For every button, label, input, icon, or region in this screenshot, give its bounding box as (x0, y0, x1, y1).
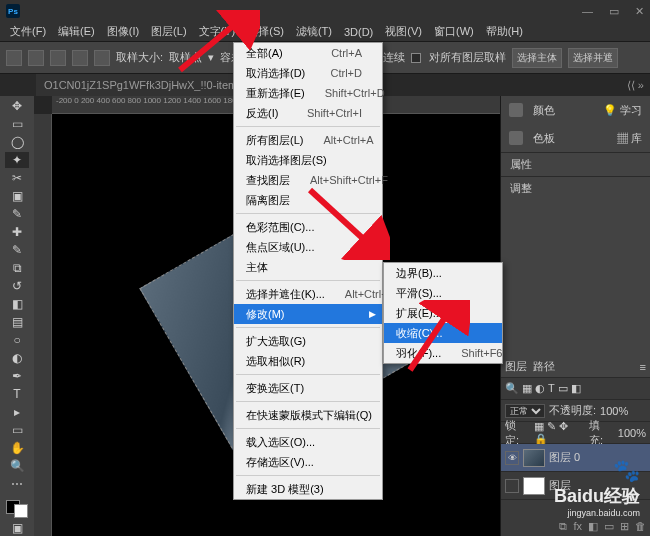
menu-item[interactable]: 选择并遮住(K)...Alt+Ctrl+R (234, 284, 382, 304)
select-and-mask-button[interactable]: 选择并遮 (568, 48, 618, 68)
selection-add-icon[interactable] (50, 50, 66, 66)
magic-wand-tool[interactable]: ✦ (5, 152, 29, 168)
move-tool[interactable]: ✥ (5, 98, 29, 114)
layer-thumbnail[interactable] (523, 449, 545, 467)
crop-tool[interactable]: ✂ (5, 170, 29, 186)
new-group-icon[interactable]: ▭ (604, 520, 614, 533)
layer-name[interactable]: 图层 (549, 478, 571, 493)
paths-tab[interactable]: 路径 (533, 359, 555, 374)
panel-dock: 颜色 💡 学习 色板 ▦ 库 属性 调整 图层 路径 ≡ (500, 96, 650, 536)
submenu-item[interactable]: 边界(B)... (384, 263, 502, 283)
layer-name[interactable]: 图层 0 (549, 450, 580, 465)
menu-layer[interactable]: 图层(L) (145, 22, 192, 41)
libraries-panel-tab[interactable]: ▦ 库 (617, 131, 642, 146)
menu-item[interactable]: 载入选区(O)... (234, 432, 382, 452)
minimize-button[interactable]: — (582, 5, 593, 18)
marquee-tool[interactable]: ▭ (5, 116, 29, 132)
submenu-item[interactable]: 平滑(S)... (384, 283, 502, 303)
menu-window[interactable]: 窗口(W) (428, 22, 480, 41)
menu-item[interactable]: 全部(A)Ctrl+A (234, 43, 382, 63)
visibility-toggle[interactable] (505, 479, 519, 493)
menu-item[interactable]: 隔离图层 (234, 190, 382, 210)
fill-value[interactable]: 100% (618, 427, 646, 439)
layer-mask-icon[interactable]: ◧ (588, 520, 598, 533)
menu-item[interactable]: 主体 (234, 257, 382, 277)
stamp-tool[interactable]: ⧉ (5, 260, 29, 276)
menu-filter[interactable]: 滤镜(T) (290, 22, 338, 41)
dodge-tool[interactable]: ◐ (5, 350, 29, 366)
selection-sub-icon[interactable] (72, 50, 88, 66)
menu-item[interactable]: 反选(I)Shift+Ctrl+I (234, 103, 382, 123)
swatches-panel-icon[interactable] (509, 131, 523, 145)
menu-edit[interactable]: 编辑(E) (52, 22, 101, 41)
menu-item[interactable]: 选取相似(R) (234, 351, 382, 371)
blend-mode-select[interactable]: 正常 (505, 404, 545, 418)
eraser-tool[interactable]: ◧ (5, 296, 29, 312)
layers-tab[interactable]: 图层 (505, 359, 527, 374)
new-layer-icon[interactable]: ⊞ (620, 520, 629, 533)
tool-preset-icon[interactable] (6, 50, 22, 66)
link-layers-icon[interactable]: ⧉ (559, 520, 567, 533)
layer-fx-icon[interactable]: fx (573, 520, 582, 532)
adjustments-panel-tab[interactable]: 调整 (510, 182, 532, 194)
menu-view[interactable]: 视图(V) (379, 22, 428, 41)
layer-thumbnail[interactable] (523, 477, 545, 495)
opacity-value[interactable]: 100% (600, 405, 628, 417)
layer-row-0[interactable]: 👁 图层 0 (501, 444, 650, 472)
menu-item[interactable]: 变换选区(T) (234, 378, 382, 398)
maximize-button[interactable]: ▭ (609, 5, 619, 18)
gradient-tool[interactable]: ▤ (5, 314, 29, 330)
type-tool[interactable]: T (5, 386, 29, 402)
path-select-tool[interactable]: ▸ (5, 404, 29, 420)
history-brush-tool[interactable]: ↺ (5, 278, 29, 294)
submenu-item[interactable]: 扩展(E)... (384, 303, 502, 323)
selection-intersect-icon[interactable] (94, 50, 110, 66)
menu-help[interactable]: 帮助(H) (480, 22, 529, 41)
submenu-item[interactable]: 收缩(C)... (384, 323, 502, 343)
menu-select[interactable]: 选择(S) (241, 22, 290, 41)
menu-item[interactable]: 查找图层Alt+Shift+Ctrl+F (234, 170, 382, 190)
properties-panel-tab[interactable]: 属性 (510, 158, 532, 170)
color-panel-tab[interactable]: 颜色 (533, 103, 555, 118)
frame-tool[interactable]: ▣ (5, 188, 29, 204)
layer-row-bg[interactable]: 图层 (501, 472, 650, 500)
submenu-item[interactable]: 羽化(F)...Shift+F6 (384, 343, 502, 363)
visibility-toggle[interactable]: 👁 (505, 451, 519, 465)
menu-item[interactable]: 重新选择(E)Shift+Ctrl+D (234, 83, 382, 103)
color-panel-icon[interactable] (509, 103, 523, 117)
quick-mask-toggle[interactable]: ▣ (5, 520, 29, 536)
menu-3d[interactable]: 3D(D) (338, 24, 379, 40)
delete-layer-icon[interactable]: 🗑 (635, 520, 646, 532)
menu-item[interactable]: 色彩范围(C)... (234, 217, 382, 237)
menu-item[interactable]: 所有图层(L)Alt+Ctrl+A (234, 130, 382, 150)
menu-item[interactable]: 扩大选取(G) (234, 331, 382, 351)
menu-item[interactable]: 新建 3D 模型(3) (234, 479, 382, 499)
menu-item[interactable]: 修改(M)▶ (234, 304, 382, 324)
eyedropper-tool[interactable]: ✎ (5, 206, 29, 222)
hand-tool[interactable]: ✋ (5, 440, 29, 456)
menu-item[interactable]: 焦点区域(U)... (234, 237, 382, 257)
brush-tool[interactable]: ✎ (5, 242, 29, 258)
color-swatches[interactable] (6, 500, 28, 518)
selection-new-icon[interactable] (28, 50, 44, 66)
select-subject-button[interactable]: 选择主体 (512, 48, 562, 68)
learn-panel-tab[interactable]: 💡 学习 (603, 103, 642, 118)
blur-tool[interactable]: ○ (5, 332, 29, 348)
edit-toolbar[interactable]: ⋯ (5, 476, 29, 492)
menu-type[interactable]: 文字(Y) (193, 22, 242, 41)
healing-tool[interactable]: ✚ (5, 224, 29, 240)
menu-item[interactable]: 在快速蒙版模式下编辑(Q) (234, 405, 382, 425)
menu-image[interactable]: 图像(I) (101, 22, 145, 41)
zoom-tool[interactable]: 🔍 (5, 458, 29, 474)
pen-tool[interactable]: ✒ (5, 368, 29, 384)
shape-tool[interactable]: ▭ (5, 422, 29, 438)
all-layers-checkbox[interactable] (411, 53, 421, 63)
menu-item[interactable]: 取消选择图层(S) (234, 150, 382, 170)
close-button[interactable]: ✕ (635, 5, 644, 18)
menu-item[interactable]: 取消选择(D)Ctrl+D (234, 63, 382, 83)
menu-item[interactable]: 存储选区(V)... (234, 452, 382, 472)
lasso-tool[interactable]: ◯ (5, 134, 29, 150)
layers-menu-icon[interactable]: ≡ (640, 361, 646, 373)
swatches-panel-tab[interactable]: 色板 (533, 131, 555, 146)
menu-file[interactable]: 文件(F) (4, 22, 52, 41)
